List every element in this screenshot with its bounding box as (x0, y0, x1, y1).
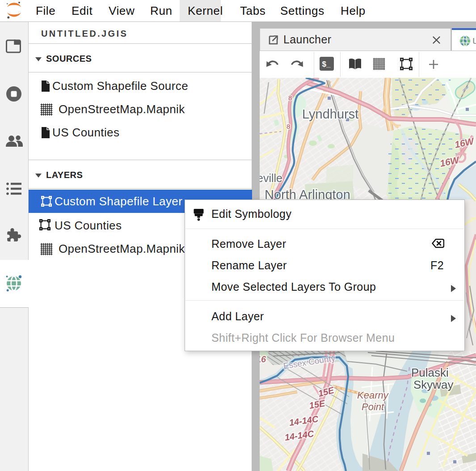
svg-text:Lyndhurst: Lyndhurst (302, 107, 358, 121)
svg-text:8: 8 (288, 94, 292, 102)
svg-text:Kearny: Kearny (357, 390, 389, 401)
svg-text:eville: eville (260, 172, 282, 184)
svg-text:16: 16 (260, 354, 266, 364)
svg-text:Point: Point (362, 401, 384, 412)
svg-text:Skyway: Skyway (413, 378, 454, 391)
svg-text:$_: $_ (322, 60, 331, 68)
svg-text:8: 8 (286, 123, 290, 130)
svg-text:Pulaski: Pulaski (411, 366, 449, 379)
